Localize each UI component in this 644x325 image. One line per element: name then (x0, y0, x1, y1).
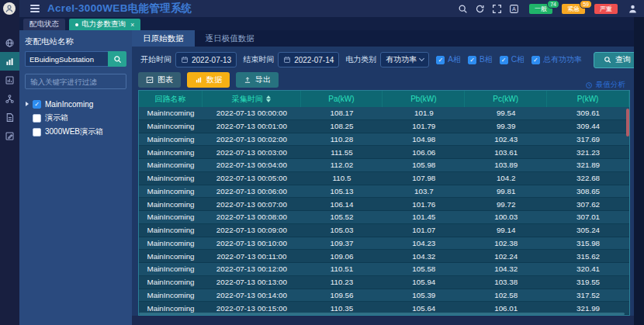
column-header[interactable]: Pb(kW) (383, 91, 465, 107)
window-tab[interactable]: 配电状态 (23, 19, 65, 30)
checkbox[interactable]: ✓ (436, 56, 445, 64)
tree-node[interactable]: 3000WEB演示箱 (25, 125, 126, 139)
chevron-down-icon (419, 56, 424, 61)
window-tab-label: 配电状态 (29, 19, 59, 29)
table-cell: MainIncoming (139, 107, 203, 119)
station-search-button[interactable] (108, 51, 126, 67)
query-button-label: 查询 (615, 54, 631, 65)
export-button[interactable]: 导出 (236, 72, 279, 88)
table-row[interactable]: MainIncoming2022-07-13 00:14:00109.56105… (139, 289, 629, 303)
chart-view-label: 图表 (158, 74, 173, 85)
phase-label: B相 (480, 54, 493, 65)
phase-checkbox-A相[interactable]: ✓A相 (436, 54, 461, 65)
tree-checkbox[interactable] (33, 128, 41, 137)
sidebar-item-globe[interactable] (0, 33, 19, 52)
column-header-label: Pa(kW) (328, 95, 354, 103)
search-icon (113, 55, 122, 64)
column-header[interactable]: 采集时间 (203, 91, 300, 107)
table-row[interactable]: MainIncoming2022-07-13 00:12:00110.51105… (139, 263, 629, 276)
close-tab-icon[interactable]: × (130, 21, 134, 29)
table-cell: 101.76 (383, 198, 465, 210)
phase-label: A相 (448, 54, 461, 65)
table-row[interactable]: MainIncoming2022-07-13 00:05:00110.5107.… (139, 172, 629, 185)
category-select[interactable]: 有功功率 (380, 52, 429, 67)
table-row[interactable]: MainIncoming2022-07-13 00:02:00110.28104… (139, 133, 629, 147)
active-dot-icon (75, 23, 78, 26)
clock-icon (585, 81, 593, 89)
table-row[interactable]: MainIncoming2022-07-13 00:07:00106.14101… (139, 198, 629, 211)
export-label: 导出 (255, 74, 271, 85)
avatar[interactable] (3, 2, 16, 15)
phase-checkbox-B相[interactable]: ✓B相 (468, 54, 493, 65)
tree-node[interactable]: 演示箱 (25, 111, 126, 125)
phase-checkbox-C相[interactable]: ✓C相 (500, 54, 525, 65)
station-input[interactable] (25, 51, 108, 67)
table-row[interactable]: MainIncoming2022-07-13 00:01:00108.25101… (139, 120, 629, 133)
table-row[interactable]: MainIncoming2022-07-13 00:08:00105.52101… (139, 211, 629, 224)
fullscreen-icon[interactable] (492, 4, 502, 14)
chart-view-button[interactable]: 图表 (138, 72, 181, 88)
window-tab[interactable]: 电力参数查询× (69, 19, 140, 30)
expand-caret-icon[interactable] (26, 102, 29, 106)
table-cell: 305.24 (547, 224, 629, 237)
table-row[interactable]: MainIncoming2022-07-13 00:04:00112.02105… (139, 159, 629, 172)
main-content: 日原始数据逐日极值数据 开始时间 2022-07-13 结束时间 2022-07… (132, 30, 634, 325)
sidebar-item-report[interactable] (0, 71, 19, 89)
column-header[interactable]: 回路名称 (139, 91, 203, 107)
table-cell: 2022-07-13 00:12:00 (203, 263, 300, 275)
phase-checkbox-总有功功率[interactable]: ✓总有功功率 (531, 54, 582, 65)
table-cell: 103.7 (383, 185, 465, 198)
table-row[interactable]: MainIncoming2022-07-13 00:11:00109.06104… (139, 250, 629, 263)
user-icon[interactable] (628, 4, 638, 14)
tree-node[interactable]: ✓MainIncoming (25, 97, 126, 111)
filter-row: 开始时间 2022-07-13 结束时间 2022-07-14 电力类别 有功功… (138, 50, 630, 69)
content-tab[interactable]: 日原始数据 (132, 30, 195, 47)
table-row[interactable]: MainIncoming2022-07-13 00:10:00109.37104… (139, 237, 629, 251)
table-row[interactable]: MainIncoming2022-07-13 00:06:00105.13103… (139, 185, 629, 199)
checkbox[interactable]: ✓ (500, 56, 508, 64)
column-header[interactable]: Pc(kW) (465, 91, 547, 107)
data-view-button[interactable]: 数据 (187, 72, 230, 88)
table-cell: 111.55 (301, 146, 383, 158)
table-cell: 105.52 (301, 211, 383, 223)
table-cell: 104.2 (465, 172, 547, 185)
sidebar-item-document[interactable] (0, 108, 19, 126)
table-cell: 104.32 (383, 250, 465, 262)
alarm-count-badge: 74 (547, 0, 559, 9)
refresh-icon[interactable] (475, 4, 485, 14)
start-date-value: 2022-07-13 (192, 56, 231, 64)
checkbox[interactable]: ✓ (468, 56, 476, 64)
station-label: 变配电站名称 (25, 36, 126, 47)
table-cell: 108.17 (301, 107, 383, 119)
alarm-badge-一般[interactable]: 一般74 (529, 4, 552, 14)
alarm-badge-紧急[interactable]: 紧急59 (562, 4, 585, 14)
sidebar-item-topology[interactable] (0, 89, 19, 108)
scrollbar-thumb[interactable] (626, 109, 629, 137)
translate-icon[interactable]: A (509, 4, 519, 14)
tree-checkbox[interactable] (33, 114, 41, 123)
table-cell: 2022-07-13 00:09:00 (203, 224, 300, 237)
start-date-input[interactable]: 2022-07-13 (175, 52, 237, 67)
column-header[interactable]: P(kW) (547, 91, 629, 107)
sidebar-item-edit[interactable] (0, 126, 19, 145)
column-header[interactable]: Pa(kW) (301, 91, 383, 107)
table-vertical-scrollbar[interactable] (626, 107, 629, 312)
table-row[interactable]: MainIncoming2022-07-13 00:09:00105.03101… (139, 224, 629, 237)
tree-checkbox[interactable]: ✓ (33, 100, 41, 109)
sidebar-item-bar-chart[interactable] (0, 52, 19, 71)
table-row[interactable]: MainIncoming2022-07-13 00:13:00110.23105… (139, 276, 629, 289)
content-tab[interactable]: 逐日极值数据 (195, 30, 265, 47)
table-cell: MainIncoming (139, 224, 203, 237)
table-horizontal-scrollbar[interactable] (139, 313, 625, 315)
alarm-badge-严重[interactable]: 严重 (594, 4, 618, 14)
analysis-link[interactable]: 最值分析 (585, 80, 625, 90)
search-icon[interactable] (458, 4, 468, 14)
end-date-input[interactable]: 2022-07-14 (278, 52, 339, 67)
checkbox[interactable]: ✓ (531, 56, 540, 64)
menu-toggle-icon[interactable] (30, 5, 40, 12)
table-row[interactable]: MainIncoming2022-07-13 00:00:00108.17101… (139, 107, 629, 120)
table-row[interactable]: MainIncoming2022-07-13 00:03:00111.55106… (139, 146, 629, 159)
tree-filter-input[interactable] (25, 74, 126, 89)
table-cell: 99.81 (465, 185, 547, 198)
sort-icon[interactable] (266, 95, 271, 102)
